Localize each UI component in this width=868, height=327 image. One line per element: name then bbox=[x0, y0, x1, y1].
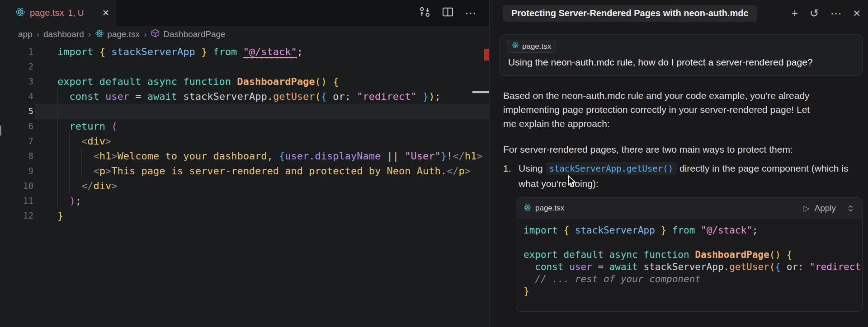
react-icon bbox=[524, 204, 531, 213]
chat-header-icons: + ↺ ⋯ ✕ bbox=[792, 0, 861, 26]
code-line[interactable]: 4 const user = await stackServerApp.getU… bbox=[0, 89, 489, 104]
code-line[interactable]: 12} bbox=[0, 208, 489, 223]
line-number: 8 bbox=[0, 149, 35, 164]
user-message-card: page.tsx Using the neon-auth.mdc rule, h… bbox=[500, 34, 863, 76]
tab-bar: page.tsx 1, U ✕ ⋯ bbox=[0, 0, 489, 26]
tab-label: page.tsx bbox=[30, 8, 64, 18]
chat-title[interactable]: Protecting Server-Rendered Pages with ne… bbox=[503, 5, 757, 22]
split-editor-icon[interactable] bbox=[442, 6, 454, 20]
line-number: 10 bbox=[0, 178, 35, 193]
breadcrumb-app[interactable]: app bbox=[18, 29, 33, 39]
code-line: import { stackServerApp } from "@/stack"… bbox=[524, 224, 862, 237]
breadcrumb-separator: › bbox=[37, 29, 39, 39]
list-number: 1. bbox=[503, 161, 519, 191]
code-line: export default async function DashboardP… bbox=[524, 249, 862, 261]
editor-pane: page.tsx 1, U ✕ ⋯ app › dashboard › bbox=[0, 0, 489, 327]
line-number: 9 bbox=[0, 164, 35, 178]
chat-header: Protecting Server-Rendered Pages with ne… bbox=[490, 0, 868, 26]
line-number: 12 bbox=[0, 208, 35, 223]
breadcrumb: app › dashboard › page.tsx › DashboardPa… bbox=[0, 26, 489, 43]
inline-code: stackServerApp.getUser() bbox=[546, 162, 677, 175]
code-line[interactable]: 2 bbox=[0, 59, 489, 74]
mouse-cursor bbox=[567, 175, 578, 190]
editor-left-notch bbox=[0, 126, 1, 135]
close-panel-icon[interactable]: ✕ bbox=[853, 8, 861, 19]
history-icon[interactable]: ↺ bbox=[809, 8, 819, 19]
line-number: 4 bbox=[0, 89, 35, 104]
line-number: 3 bbox=[0, 74, 35, 89]
line-number: 6 bbox=[0, 119, 35, 134]
code-line[interactable]: 6 return ( bbox=[0, 119, 489, 134]
assistant-paragraph: For server-rendered pages, there are two… bbox=[503, 142, 793, 156]
code-line[interactable]: 9 <p>This page is server-rendered and pr… bbox=[0, 164, 489, 178]
code-line: } bbox=[524, 285, 862, 298]
breadcrumb-separator: › bbox=[88, 29, 91, 39]
code-block-filename: page.tsx bbox=[535, 204, 564, 213]
breadcrumb-dashboard[interactable]: dashboard bbox=[43, 29, 84, 39]
code-line[interactable]: 10 </div> bbox=[0, 178, 489, 193]
user-message-text: Using the neon-auth.mdc rule, how do I p… bbox=[508, 57, 862, 68]
tab-page-tsx[interactable]: page.tsx 1, U ✕ bbox=[0, 0, 117, 26]
more-options-icon[interactable]: ⋯ bbox=[830, 8, 841, 19]
apply-button[interactable]: Apply bbox=[814, 203, 836, 213]
code-block-body: import { stackServerApp } from "@/stack"… bbox=[516, 219, 862, 298]
code-line: const user = await stackServerApp.getUse… bbox=[524, 261, 862, 273]
new-chat-icon[interactable]: + bbox=[792, 8, 798, 19]
code-line[interactable]: 3export default async function Dashboard… bbox=[0, 74, 489, 89]
breadcrumb-symbol[interactable]: DashboardPage bbox=[151, 28, 225, 40]
symbol-class-icon bbox=[151, 28, 160, 40]
chat-code-block: page.tsx ▷ Apply import { stackServerApp… bbox=[516, 197, 863, 312]
code-line: // ... rest of your component bbox=[524, 273, 862, 285]
code-line[interactable]: 7 <div> bbox=[0, 134, 489, 149]
context-file-chip[interactable]: page.tsx bbox=[507, 40, 556, 53]
assistant-list-item: 1. Using stackServerApp.getUser() direct… bbox=[503, 161, 854, 191]
line-number: 2 bbox=[0, 59, 35, 74]
more-actions-icon[interactable]: ⋯ bbox=[465, 7, 476, 19]
expand-collapse-icon[interactable] bbox=[846, 204, 855, 213]
breadcrumb-separator: › bbox=[144, 29, 146, 39]
code-line[interactable]: 11 ); bbox=[0, 193, 489, 208]
code-block-header: page.tsx ▷ Apply bbox=[516, 198, 862, 219]
assistant-paragraph: Based on the neon-auth.mdc rule and your… bbox=[503, 89, 817, 131]
chat-panel: Protecting Server-Rendered Pages with ne… bbox=[489, 0, 868, 327]
line-number: 7 bbox=[0, 134, 35, 149]
tab-problems-badge: 1, U bbox=[68, 8, 84, 18]
open-changes-icon[interactable] bbox=[419, 6, 431, 20]
breadcrumb-file[interactable]: page.tsx bbox=[95, 29, 140, 40]
code-line[interactable]: 1import { stackServerApp } from "@/stack… bbox=[0, 44, 489, 59]
code-line bbox=[524, 237, 862, 249]
code-line[interactable]: 5 bbox=[0, 104, 489, 119]
code-editor[interactable]: 1import { stackServerApp } from "@/stack… bbox=[0, 44, 489, 223]
apply-play-icon[interactable]: ▷ bbox=[803, 204, 809, 213]
tab-close-icon[interactable]: ✕ bbox=[102, 8, 109, 18]
editor-toolbar: ⋯ bbox=[419, 0, 476, 26]
react-icon bbox=[15, 7, 25, 19]
overview-ruler-cursor-marker bbox=[472, 91, 489, 93]
react-icon bbox=[512, 42, 519, 51]
line-number: 11 bbox=[0, 193, 35, 208]
react-icon bbox=[95, 29, 104, 40]
code-line[interactable]: 8 <h1>Welcome to your dashboard, {user.d… bbox=[0, 149, 489, 164]
line-number: 5 bbox=[0, 104, 35, 119]
line-number: 1 bbox=[0, 44, 35, 59]
overview-ruler-error-marker bbox=[484, 49, 489, 61]
